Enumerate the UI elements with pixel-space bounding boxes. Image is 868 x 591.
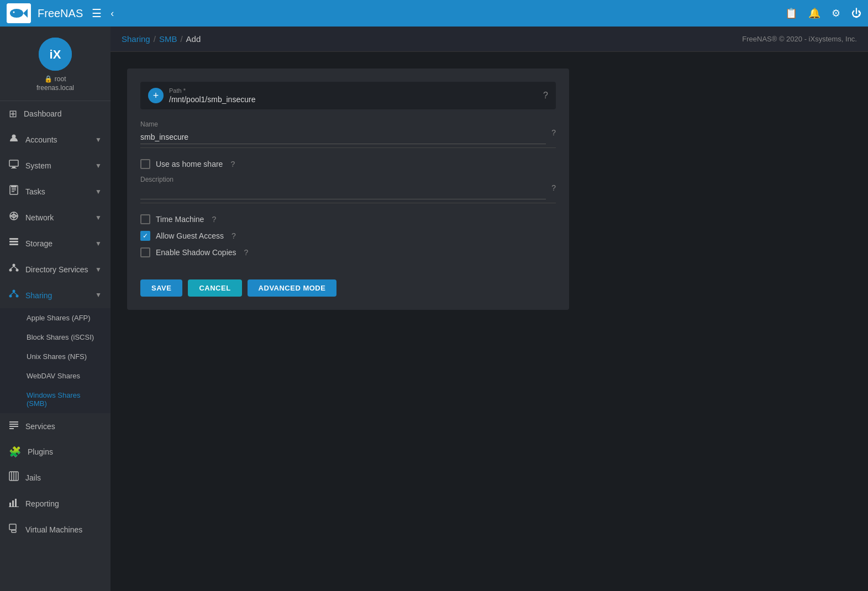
sidebar-item-label: Tasks	[25, 187, 88, 196]
breadcrumb-sharing[interactable]: Sharing	[122, 34, 150, 44]
clipboard-icon[interactable]: 📋	[785, 7, 797, 19]
accounts-icon	[9, 133, 19, 146]
cancel-button[interactable]: CANCEL	[188, 279, 241, 297]
name-input[interactable]	[140, 130, 546, 144]
main-layout: iX 🔒 root freenas.local ⊞ Dashboard Acco…	[0, 27, 868, 591]
directory-services-icon	[9, 263, 19, 276]
services-icon	[9, 420, 19, 432]
svg-rect-18	[9, 238, 18, 240]
time-machine-help-icon[interactable]: ?	[212, 215, 216, 224]
svg-rect-31	[9, 421, 18, 423]
svg-line-29	[10, 292, 14, 295]
sidebar-item-webdav[interactable]: WebDAV Shares	[0, 366, 111, 386]
enable-shadow-copies-group: Enable Shadow Copies ?	[140, 247, 556, 257]
sidebar-item-label: Dashboard	[24, 109, 102, 118]
menu-icon[interactable]: ☰	[92, 7, 102, 20]
sidebar-item-directory-services[interactable]: Directory Services ▼	[0, 256, 111, 282]
sidebar-item-label: Virtual Machines	[25, 525, 102, 534]
allow-guest-access-help-icon[interactable]: ?	[232, 231, 236, 240]
svg-text:iX: iX	[50, 48, 61, 61]
svg-rect-39	[9, 503, 11, 506]
chevron-down-icon: ▼	[95, 162, 102, 170]
chevron-down-icon: ▼	[95, 266, 102, 273]
path-value: /mnt/pool1/smb_insecure	[169, 95, 538, 104]
storage-icon	[9, 237, 19, 250]
sidebar-item-services[interactable]: Services	[0, 413, 111, 439]
sidebar-item-jails[interactable]: Jails	[0, 465, 111, 490]
breadcrumb-bar: Sharing / SMB / Add FreeNAS® © 2020 - iX…	[111, 27, 868, 52]
back-icon[interactable]: ‹	[111, 8, 114, 19]
notifications-icon[interactable]: 🔔	[808, 7, 820, 19]
path-help-icon[interactable]: ?	[543, 91, 548, 101]
svg-point-23	[16, 269, 19, 272]
path-add-button[interactable]: +	[148, 88, 164, 103]
sidebar-item-system[interactable]: System ▼	[0, 152, 111, 178]
settings-icon[interactable]: ⚙	[832, 7, 840, 19]
name-field-group: Name ?	[140, 120, 556, 148]
name-help-icon[interactable]: ?	[551, 128, 556, 137]
name-field-row: Name ?	[140, 120, 556, 148]
form-buttons: SAVE CANCEL ADVANCED MODE	[140, 271, 556, 297]
brand-name: FreeNAS	[38, 7, 83, 20]
sidebar-item-accounts[interactable]: Accounts ▼	[0, 126, 111, 152]
use-home-share-help-icon[interactable]: ?	[230, 160, 235, 168]
description-field-row: Description ?	[140, 176, 556, 203]
sidebar-item-smb[interactable]: Windows Shares (SMB)	[0, 386, 111, 413]
enable-shadow-copies-checkbox[interactable]	[140, 247, 150, 257]
advanced-mode-button[interactable]: ADVANCED MODE	[248, 279, 337, 297]
allow-guest-access-checkbox[interactable]	[140, 231, 150, 241]
chevron-up-icon: ▲	[95, 292, 102, 299]
sidebar-item-sharing[interactable]: Sharing ▲	[0, 282, 111, 308]
sidebar-item-storage[interactable]: Storage ▼	[0, 230, 111, 256]
breadcrumb: Sharing / SMB / Add	[122, 34, 201, 44]
save-button[interactable]: SAVE	[140, 279, 182, 297]
power-icon[interactable]: ⏻	[851, 8, 861, 19]
sidebar-item-iscsi[interactable]: Block Shares (iSCSI)	[0, 328, 111, 347]
chevron-down-icon: ▼	[95, 136, 102, 144]
sidebar-item-label: Reporting	[25, 499, 102, 508]
copyright-text: FreeNAS® © 2020 - iXsystems, Inc.	[742, 35, 857, 43]
sidebar-item-nfs[interactable]: Unix Shares (NFS)	[0, 347, 111, 366]
path-field-container: + Path * /mnt/pool1/smb_insecure ?	[140, 82, 556, 109]
logo: FreeNAS	[7, 3, 83, 23]
topbar-right: 📋 🔔 ⚙ ⏻	[785, 7, 861, 19]
sidebar-item-dashboard[interactable]: ⊞ Dashboard	[0, 101, 111, 126]
description-field-inner: Description	[140, 176, 546, 199]
description-help-icon[interactable]: ?	[551, 183, 556, 192]
sidebar-item-plugins[interactable]: 🧩 Plugins	[0, 439, 111, 465]
dashboard-icon: ⊞	[9, 108, 17, 120]
svg-line-24	[10, 266, 14, 269]
breadcrumb-sep-1: /	[154, 34, 156, 44]
use-home-share-checkbox[interactable]	[140, 159, 150, 169]
sharing-icon	[9, 289, 19, 302]
sidebar-item-network[interactable]: Network ▼	[0, 204, 111, 230]
svg-rect-20	[9, 244, 18, 245]
enable-shadow-copies-help-icon[interactable]: ?	[244, 248, 249, 257]
description-input[interactable]	[140, 186, 546, 199]
svg-rect-13	[12, 191, 14, 192]
sidebar-item-label: Services	[25, 422, 102, 431]
sidebar-item-virtual-machines[interactable]: Virtual Machines	[0, 516, 111, 542]
sidebar-item-label: Directory Services	[25, 265, 88, 274]
breadcrumb-add: Add	[186, 34, 201, 44]
svg-line-25	[14, 266, 17, 269]
avatar: iX	[39, 38, 72, 71]
user-profile: iX 🔒 root freenas.local	[0, 27, 111, 101]
svg-point-26	[13, 290, 15, 293]
sidebar-item-afp[interactable]: Apple Shares (AFP)	[0, 308, 111, 328]
svg-line-30	[14, 292, 17, 295]
svg-point-21	[13, 264, 15, 267]
sidebar-item-reporting[interactable]: Reporting	[0, 490, 111, 516]
user-host: freenas.local	[36, 84, 74, 92]
use-home-share-label: Use as home share	[156, 160, 223, 168]
enable-shadow-copies-label: Enable Shadow Copies	[156, 248, 236, 257]
svg-point-3	[13, 12, 15, 13]
description-label: Description	[140, 176, 546, 183]
time-machine-checkbox[interactable]	[140, 214, 150, 224]
sidebar-item-tasks[interactable]: Tasks ▼	[0, 178, 111, 204]
time-machine-group: Time Machine ?	[140, 214, 556, 224]
system-icon	[9, 159, 19, 172]
tasks-icon	[9, 185, 19, 198]
breadcrumb-smb[interactable]: SMB	[159, 34, 177, 44]
svg-rect-7	[9, 160, 18, 166]
